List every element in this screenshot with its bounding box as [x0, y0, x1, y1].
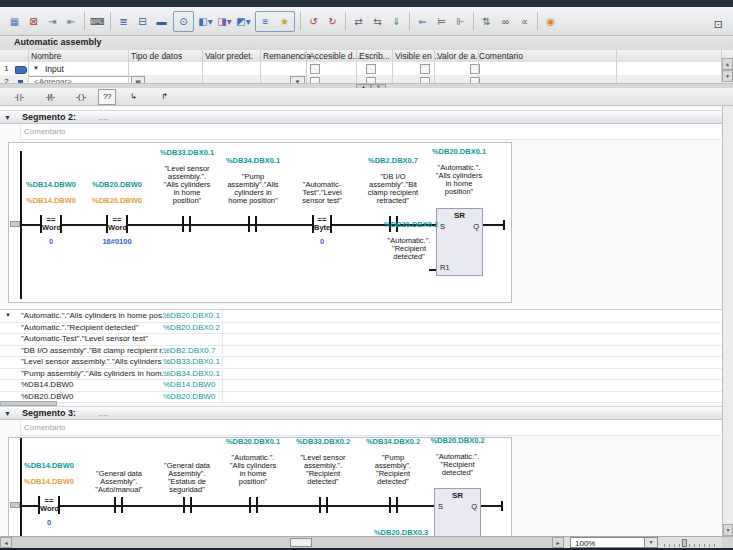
collapse-icon[interactable]: ▼ — [5, 312, 11, 318]
hscroll-left-button[interactable]: ◄ — [0, 537, 12, 548]
column-header-valor-predet[interactable]: Valor predet. — [205, 51, 253, 61]
window-layout-icon[interactable]: ⊡ — [714, 18, 723, 31]
segment-2-dots[interactable]: .... — [98, 112, 108, 122]
contact-level-sensor-home[interactable]: %DB33.DBX0.1 "Level sensor assembly.". "… — [153, 143, 221, 302]
sr-q-output[interactable]: Q — [473, 222, 479, 231]
no-contact[interactable] — [249, 497, 258, 513]
contact-level-sensor-recipient[interactable]: %DB33.DBX0.2 "Level sensor assembly.". "… — [289, 438, 357, 536]
column-header-comentario[interactable]: Comentario — [479, 51, 523, 61]
open-branch-icon[interactable]: ↳ — [119, 89, 147, 105]
contact-auto-manual[interactable]: "General data Assembly". "Auto/manual" — [85, 438, 153, 536]
no-contact[interactable] — [183, 497, 192, 513]
favorites-icon[interactable]: ★ — [275, 12, 294, 31]
compare-box[interactable]: ==Word — [40, 215, 62, 233]
compare-value[interactable]: 0 — [15, 518, 83, 527]
comment-toggle-icon[interactable]: ⊙ — [174, 12, 193, 31]
operand-address[interactable]: %DB20.DBX0.1 — [219, 438, 287, 446]
compare-word-db14[interactable]: %DB14.DBW0 %DB14.DBW0 ==Word 0 — [15, 438, 83, 536]
collapse-rows-icon[interactable]: ▬ — [152, 12, 171, 31]
nc-contact-icon[interactable]: -|/|- — [36, 89, 64, 105]
no-contact[interactable] — [182, 216, 191, 232]
zoom-combobox[interactable]: 100% ▼ — [570, 537, 658, 548]
r1-operand-recipient-detected[interactable]: %DB20.DBX0.2 "Automatic.". "Recipient de… — [384, 143, 434, 302]
hscroll-thumb[interactable] — [290, 538, 312, 547]
remanencia-dropdown-button[interactable]: ▼ — [290, 76, 305, 83]
absolute-operands-icon[interactable]: ◧▾ — [196, 12, 215, 31]
segment-3-comment[interactable]: Comentario — [20, 421, 721, 436]
call-structure-icon[interactable]: ⇄ — [349, 12, 368, 31]
delete-row-icon[interactable]: ⊠ — [24, 12, 43, 31]
compare-word-db14[interactable]: %DB14.DBW0 %DB14.DBW0 ==Word 0 — [17, 143, 85, 302]
operand-address[interactable]: %DB33.DBX0.1 — [153, 149, 221, 157]
datatype-picker-button[interactable]: ▦ — [131, 76, 145, 83]
horizontal-scrollbar[interactable] — [12, 537, 552, 548]
no-contact-icon[interactable]: -| |- — [5, 89, 33, 105]
segment-2-comment[interactable]: Comentario — [20, 125, 721, 140]
table-row-agregar[interactable]: 2 <Agregar> ▦ ▼ — [0, 75, 733, 83]
variable-row[interactable]: %DB20.DBW0%DB20.DBW0 — [0, 391, 722, 404]
modify-values-icon[interactable]: ⊩ — [451, 12, 470, 31]
watch-icon[interactable]: ∞ — [496, 12, 515, 31]
contact-estatus-seguridad[interactable]: "General data Assembly". "Estatus de seg… — [153, 438, 221, 536]
no-contact[interactable] — [319, 497, 328, 513]
checkbox-escribible[interactable] — [366, 64, 376, 74]
column-header-tipo[interactable]: Tipo de datos — [131, 51, 182, 61]
operand-address[interactable]: %DB20.DBW0 — [83, 181, 151, 189]
table-scroll-up-button[interactable]: ▲ — [722, 58, 733, 70]
lock-icon[interactable]: ◉ — [541, 12, 560, 31]
operand-address[interactable]: %DB14.DBW0 — [17, 181, 85, 189]
no-contact[interactable] — [114, 497, 123, 513]
operand-address[interactable]: %DB34.DBX0.2 — [359, 438, 427, 446]
sr-reset-input[interactable]: R1 — [440, 263, 450, 272]
insert-row-icon[interactable]: ⇥ — [43, 12, 62, 31]
checkbox-accesible[interactable] — [310, 64, 320, 74]
sr-block[interactable]: SR S Q — [434, 488, 481, 536]
coil-icon[interactable]: -( )- — [67, 89, 95, 105]
hscroll-right-button[interactable]: ► — [552, 537, 564, 548]
operand-address[interactable]: %DB20.DBX0.2 — [384, 221, 434, 229]
contact-pump-home[interactable]: %DB34.DBX0.1 "Pump assembly"."Alls cylin… — [219, 143, 287, 302]
sr-q-output[interactable]: Q — [471, 502, 477, 511]
peripheral-outputs-icon[interactable]: ∝ — [515, 12, 534, 31]
compare-value[interactable]: 0 — [17, 237, 85, 246]
segment-3-dots[interactable]: .... — [98, 408, 108, 418]
compare-box[interactable]: ==Word — [106, 215, 128, 233]
zoom-dropdown-button[interactable]: ▼ — [644, 538, 657, 547]
sr-set-input[interactable]: S — [440, 222, 445, 231]
column-header-accesible[interactable]: Accesible d... — [309, 51, 360, 61]
table-scroll-down-button[interactable]: ▼ — [722, 70, 733, 82]
expand-arrow-icon[interactable]: ▼ — [33, 65, 39, 71]
snapshot-icon[interactable]: ⇐ — [413, 12, 432, 31]
sr-block[interactable]: SR S Q R1 — [436, 208, 483, 276]
operand-address[interactable]: %DB20.DBX0.2 — [421, 437, 494, 445]
undo-icon[interactable]: ↺ — [304, 12, 323, 31]
collapse-icon[interactable]: ▼ — [4, 114, 11, 121]
collapse-icon[interactable]: ▼ — [4, 410, 11, 417]
split-rows-icon[interactable]: ⊟ — [133, 12, 152, 31]
checkbox-visible[interactable] — [420, 64, 430, 74]
compare-box[interactable]: ==Byte — [312, 215, 332, 233]
download-icon[interactable]: ⇓ — [387, 12, 406, 31]
compare-value[interactable]: 0 — [288, 237, 356, 246]
network-comments-icon[interactable]: ≡ — [256, 12, 275, 31]
operand-address[interactable]: %DB20.DBX0.3 — [363, 529, 439, 536]
keyboard-icon[interactable]: ⌨ — [88, 12, 107, 31]
add-tag-field[interactable]: <Agregar> — [28, 76, 132, 83]
scroll-down-button[interactable]: ▼ — [723, 524, 733, 536]
column-header-escrib[interactable]: Escrib... — [359, 51, 390, 61]
cross-reference-icon[interactable]: ⇆ — [368, 12, 387, 31]
operand-format-icon[interactable]: ◩▾ — [234, 12, 253, 31]
compare-value[interactable]: 16#0100 — [83, 237, 151, 246]
close-branch-icon[interactable]: ↱ — [150, 89, 178, 105]
editor-vertical-scrollbar[interactable]: ▼ — [722, 106, 733, 536]
operand-address[interactable]: %DB34.DBX0.1 — [219, 157, 287, 165]
zoom-slider-thumb[interactable] — [682, 539, 687, 547]
compare-word-db20[interactable]: %DB20.DBW0 %DB20.DBW0 ==Word 16#0100 — [83, 143, 151, 302]
no-contact[interactable] — [389, 497, 398, 513]
column-header-valor-arranque[interactable]: Valor de a... — [437, 51, 482, 61]
empty-box-icon[interactable]: ?? — [98, 89, 116, 105]
monitor-values-icon[interactable]: ⊨ — [432, 12, 451, 31]
operand-address[interactable]: %DB14.DBW0 — [15, 462, 83, 470]
contact-cylinders-home[interactable]: %DB20.DBX0.1 "Automatic.". "Alls cylinde… — [219, 438, 287, 536]
add-row-icon[interactable]: ▦ — [5, 12, 24, 31]
